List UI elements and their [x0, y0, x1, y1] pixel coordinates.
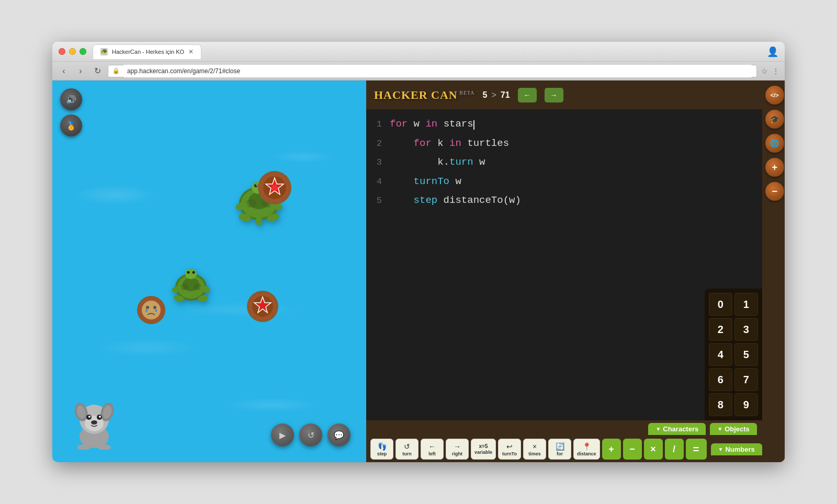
divide-button[interactable]: / [665, 439, 684, 460]
replay-button[interactable]: ↺ [299, 423, 322, 446]
turnto-icon: ↩ [506, 442, 513, 451]
num-7-button[interactable]: 7 [734, 368, 758, 391]
help-button[interactable]: 🎓 [765, 110, 784, 129]
beta-label: BETA [458, 89, 475, 95]
right-command-button[interactable]: → right [446, 439, 469, 460]
browser-tab[interactable]: 🐢 HackerCan - Herkes için KO ✕ [93, 44, 201, 59]
numbers-tab-button[interactable]: ▼ Numbers [711, 443, 762, 455]
browser-window: 🐢 HackerCan - Herkes için KO ✕ 👤 ‹ › ↻ 🔒… [52, 42, 785, 462]
num-3-button[interactable]: 3 [734, 318, 758, 341]
tab-area: 🐢 HackerCan - Herkes için KO ✕ [93, 44, 767, 59]
variable-label: variable [474, 450, 492, 455]
line-number-4: 4 [366, 175, 390, 189]
step-label: step [377, 451, 387, 456]
minus-button[interactable]: − [623, 439, 642, 460]
svg-point-22 [193, 271, 195, 274]
svg-point-54 [88, 416, 91, 418]
times-command-button[interactable]: × times [523, 439, 546, 460]
svg-point-43 [145, 309, 148, 312]
num-4-button[interactable]: 4 [709, 343, 732, 366]
play-button[interactable]: ▶ [271, 423, 294, 446]
back-button[interactable]: ‹ [58, 66, 70, 76]
maximize-button[interactable] [80, 48, 86, 55]
level-nav: 5 > 71 [483, 90, 510, 100]
characters-tab-button[interactable]: ▼ Characters [648, 423, 706, 435]
svg-point-32 [272, 185, 278, 191]
num-1-button[interactable]: 1 [734, 293, 758, 316]
bookmark-icon[interactable]: ☆ [761, 67, 768, 75]
line-number-2: 2 [366, 137, 390, 151]
close-button[interactable] [59, 48, 65, 55]
objects-tab-button[interactable]: ▼ Objects [710, 423, 757, 435]
variable-command-button[interactable]: x=5 variable [471, 439, 496, 460]
forward-button[interactable]: › [74, 66, 87, 76]
characters-arrow-icon: ▼ [655, 426, 661, 432]
distance-icon: 📍 [582, 442, 591, 451]
level-total: 71 [501, 90, 510, 100]
numbers-arrow-icon: ▼ [718, 446, 723, 452]
code-line-5: 5 step distanceTo(w) [366, 191, 785, 210]
game-controls-left: 🔊 🏅 [60, 88, 82, 136]
svg-point-14 [256, 215, 262, 226]
line-content-3: k.turn w [390, 155, 785, 170]
distance-label: distance [577, 451, 596, 456]
turnto-label: turnTo [502, 451, 517, 456]
left-command-button[interactable]: ← left [421, 439, 444, 460]
tab-close-icon[interactable]: ✕ [188, 48, 194, 55]
svg-point-55 [99, 416, 101, 418]
num-2-button[interactable]: 2 [709, 318, 732, 341]
reload-button[interactable]: ↻ [91, 66, 104, 76]
for-icon: 🔄 [556, 442, 564, 451]
number-pad: 0 1 2 3 4 5 6 7 8 9 [705, 289, 762, 420]
code-line-2: 2 for k in turtles [366, 134, 785, 153]
info-button[interactable]: 🏅 [60, 114, 82, 136]
prev-level-button[interactable]: ← [518, 88, 537, 102]
equals-button[interactable]: = [686, 439, 707, 460]
line-number-5: 5 [366, 194, 390, 208]
log-cry-left [136, 295, 166, 327]
objects-arrow-icon: ▼ [717, 426, 722, 432]
plus-button[interactable]: + [602, 439, 621, 460]
next-level-button[interactable]: → [545, 88, 563, 102]
menu-icon[interactable]: ⋮ [772, 67, 779, 75]
profile-icon[interactable]: 👤 [767, 46, 778, 58]
for-command-button[interactable]: 🔄 for [548, 439, 571, 460]
distance-command-button[interactable]: 📍 distance [573, 439, 600, 460]
tab-title: HackerCan - Herkes için KO [112, 49, 184, 55]
world-button[interactable]: 🌐 [765, 134, 784, 153]
for-label: for [557, 451, 563, 456]
panel-tabs-row: ▼ Characters ▼ Objects [366, 420, 785, 437]
num-5-button[interactable]: 5 [734, 343, 758, 366]
code-header: HACKER CAN BETA 5 > 71 ← → [366, 81, 785, 109]
code-line-3: 3 k.turn w [366, 153, 785, 172]
turn-icon: ↺ [404, 442, 410, 451]
svg-point-41 [146, 306, 149, 309]
code-line-4: 4 turnTo w [366, 172, 785, 191]
numbers-tab-label: Numbers [725, 445, 754, 453]
info-icon: 🏅 [66, 121, 76, 131]
num-0-button[interactable]: 0 [709, 293, 732, 316]
characters-tab-label: Characters [663, 425, 698, 433]
code-editor-area: HACKER CAN BETA 5 > 71 ← → 1 for w in st… [366, 81, 785, 462]
sound-icon: 🔊 [66, 95, 76, 105]
svg-point-21 [187, 271, 190, 274]
remove-button[interactable]: − [765, 182, 784, 201]
line-number-1: 1 [366, 118, 390, 131]
turnto-command-button[interactable]: ↩ turnTo [498, 439, 521, 460]
minimize-button[interactable] [69, 48, 76, 55]
window-controls [59, 48, 86, 55]
step-command-button[interactable]: 👣 step [370, 439, 393, 460]
sound-button[interactable]: 🔊 [60, 88, 82, 110]
num-9-button[interactable]: 9 [734, 393, 758, 416]
turn-command-button[interactable]: ↺ turn [395, 439, 418, 460]
turn-label: turn [402, 451, 412, 456]
code-view-button[interactable]: </> [765, 86, 784, 105]
multiply-button[interactable]: × [644, 439, 663, 460]
num-8-button[interactable]: 8 [709, 393, 732, 416]
url-input[interactable] [123, 65, 752, 77]
num-6-button[interactable]: 6 [709, 368, 732, 391]
chat-button[interactable]: 💬 [327, 423, 350, 446]
code-line-1: 1 for w in stars [366, 114, 785, 134]
variable-icon: x=5 [479, 443, 488, 449]
add-button[interactable]: + [765, 158, 784, 177]
